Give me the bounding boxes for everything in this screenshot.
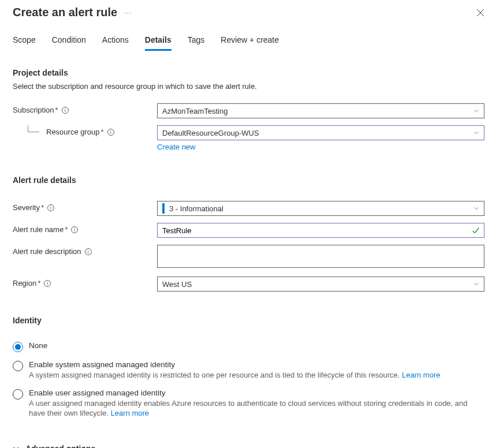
tab-review-create[interactable]: Review + create xyxy=(221,35,279,51)
advanced-options-toggle[interactable]: Advanced options xyxy=(13,444,484,448)
subscription-label: Subscription xyxy=(13,106,54,114)
severity-dropdown[interactable]: 3 - Informational xyxy=(157,201,484,216)
identity-user-label: Enable user assigned managed identity xyxy=(29,389,484,397)
description-label: Alert rule description xyxy=(13,247,81,256)
required-marker: * xyxy=(65,225,68,234)
alert-rule-details-heading: Alert rule details xyxy=(13,176,484,185)
subscription-dropdown[interactable]: AzMonTeamTesting xyxy=(157,103,484,118)
identity-system-radio[interactable] xyxy=(13,361,23,371)
severity-value: 3 - Informational xyxy=(169,204,223,213)
learn-more-link[interactable]: Learn more xyxy=(402,371,440,379)
resource-group-value: DefaultResourceGroup-WUS xyxy=(162,129,259,137)
identity-system-label: Enable system assigned managed identity xyxy=(29,360,484,369)
region-label: Region xyxy=(13,279,36,288)
resource-group-dropdown[interactable]: DefaultResourceGroup-WUS xyxy=(157,125,484,140)
tab-bar: Scope Condition Actions Details Tags Rev… xyxy=(13,35,484,51)
info-icon[interactable]: i xyxy=(71,226,78,233)
chevron-down-icon xyxy=(473,130,479,136)
chevron-down-icon xyxy=(473,281,479,287)
create-new-link[interactable]: Create new xyxy=(157,143,195,151)
valid-check-icon xyxy=(472,226,480,234)
identity-none-radio[interactable] xyxy=(13,342,23,352)
region-dropdown[interactable]: West US xyxy=(157,277,484,292)
page-title: Create an alert rule xyxy=(13,6,117,19)
required-marker: * xyxy=(55,106,58,114)
resource-group-label: Resource group xyxy=(46,128,100,136)
tab-tags[interactable]: Tags xyxy=(188,35,205,51)
chevron-down-icon xyxy=(473,206,479,211)
identity-heading: Identity xyxy=(13,316,484,325)
info-icon[interactable]: i xyxy=(62,107,69,114)
region-value: West US xyxy=(162,280,192,289)
alert-rule-name-label: Alert rule name xyxy=(13,225,64,234)
description-textarea[interactable] xyxy=(157,245,484,268)
alert-rule-name-input[interactable] xyxy=(157,223,484,238)
info-icon[interactable]: i xyxy=(107,129,114,136)
tab-actions[interactable]: Actions xyxy=(102,35,129,51)
subscription-value: AzMonTeamTesting xyxy=(162,107,228,115)
advanced-options-label: Advanced options xyxy=(25,444,95,448)
project-details-heading: Project details xyxy=(13,68,484,77)
required-marker: * xyxy=(101,128,104,136)
severity-color-bar xyxy=(162,203,165,214)
identity-user-radio[interactable] xyxy=(13,389,23,400)
required-marker: * xyxy=(38,279,40,288)
identity-system-desc: A system assigned managed identity is re… xyxy=(29,370,484,380)
project-details-sub: Select the subscription and resource gro… xyxy=(13,82,484,91)
identity-none-label: None xyxy=(29,341,484,350)
tree-connector xyxy=(28,125,39,132)
info-icon[interactable]: i xyxy=(44,280,51,287)
tab-condition[interactable]: Condition xyxy=(52,35,86,51)
info-icon[interactable]: i xyxy=(85,248,92,255)
required-marker: * xyxy=(41,203,44,212)
chevron-down-icon xyxy=(13,445,20,448)
info-icon[interactable]: i xyxy=(47,204,54,211)
more-menu-icon[interactable]: ··· xyxy=(124,9,132,17)
severity-label: Severity xyxy=(13,203,40,212)
tab-details[interactable]: Details xyxy=(145,35,171,51)
tab-scope[interactable]: Scope xyxy=(13,35,36,51)
learn-more-link[interactable]: Learn more xyxy=(111,409,149,417)
identity-user-desc: A user assigned managed identity enables… xyxy=(29,398,484,419)
close-icon[interactable] xyxy=(476,9,484,17)
chevron-down-icon xyxy=(473,108,479,114)
